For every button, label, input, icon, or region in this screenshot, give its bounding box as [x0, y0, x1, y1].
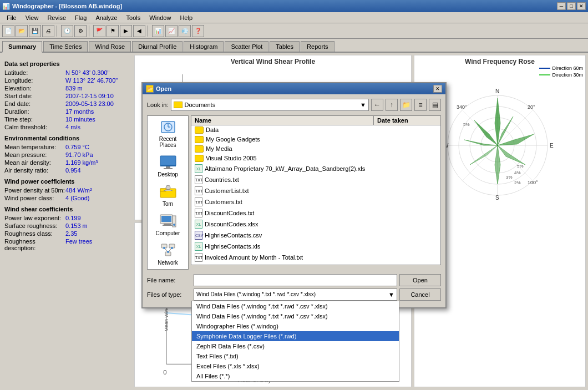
folder-icon [195, 145, 204, 153]
computer-label: Computer [156, 230, 180, 236]
xls-file-icon: XL [195, 242, 202, 251]
chevron-down-icon: ▼ [360, 102, 366, 108]
svg-rect-73 [164, 224, 171, 225]
places-panel: Recent Places Desktop [147, 115, 189, 270]
dialog-title-bar: 📂 Open ✕ [143, 83, 445, 94]
dropdown-item-7[interactable]: All Files (*.*) [192, 371, 399, 381]
file-row[interactable]: Data [191, 125, 440, 135]
dropdown-item-5[interactable]: Text Files (*.txt) [192, 351, 399, 361]
svg-rect-66 [166, 166, 170, 168]
network-label: Network [158, 260, 178, 266]
txt-file-icon: TXT [195, 209, 202, 217]
back-button[interactable]: ← [371, 99, 383, 111]
xlsx-file-icon: XL [195, 220, 202, 229]
file-browser: Recent Places Desktop [147, 115, 441, 270]
file-row[interactable]: XL DiscountCodes.xlsx [191, 219, 440, 230]
file-row[interactable]: TXT Customers.txt [191, 196, 440, 207]
new-folder-button[interactable]: 📁 [400, 99, 412, 111]
dialog-body: Look in: Documents ▼ ← ↑ 📁 ≡ ▤ [143, 94, 445, 307]
desktop-label: Desktop [158, 171, 178, 178]
up-folder-button[interactable]: ↑ [386, 99, 398, 111]
filetype-row: Files of type: Wind Data Files (*.windog… [147, 288, 441, 301]
filetype-label: Files of type: [147, 291, 191, 298]
look-in-row: Look in: Documents ▼ ← ↑ 📁 ≡ ▤ [147, 99, 441, 111]
open-button[interactable]: Open [399, 274, 441, 286]
filetype-chevron-icon: ▼ [388, 291, 394, 298]
txt-file-icon: TXT [195, 197, 202, 206]
place-network[interactable]: Network [150, 242, 186, 267]
dropdown-item-2[interactable]: Windographer Files (*.windog) [192, 321, 399, 331]
look-in-select[interactable]: Documents ▼ [171, 99, 369, 111]
dialog-close-button[interactable]: ✕ [433, 85, 442, 93]
folder-icon [195, 136, 204, 143]
dropdown-item-3[interactable]: Symphonie Data Logger Files (*.rwd) [192, 331, 399, 341]
file-row[interactable]: XL Altairnano Proprietary 70_kW_Array_Da… [191, 163, 440, 174]
folder-icon-lookin [174, 102, 183, 108]
svg-point-84 [167, 251, 169, 253]
file-row[interactable]: TXT CustomerList.txt [191, 185, 440, 196]
computer-icon [159, 214, 177, 229]
dialog-icon: 📂 [146, 85, 154, 93]
file-row[interactable]: CSV HighriseContacts.csv [191, 230, 440, 241]
dialog-title: Open [156, 85, 171, 92]
filetype-value: Wind Data Files (*.windog *.txt *.rwd *.… [196, 291, 388, 297]
dropdown-item-1[interactable]: Wind Data Files (*.windog *.txt *.rwd *.… [192, 311, 399, 321]
open-dialog: 📂 Open ✕ Look in: Documents ▼ ← ↑ 📁 ≡ [141, 82, 447, 308]
col-date: Date taken [374, 116, 440, 125]
csv-file-icon: CSV [195, 231, 202, 240]
place-recent[interactable]: Recent Places [150, 118, 186, 149]
file-row[interactable]: XL HighriseContacts.xls [191, 241, 440, 252]
file-row[interactable]: Visual Studio 2005 [191, 154, 440, 163]
folder-icon [195, 126, 204, 134]
desktop-icon [159, 155, 177, 170]
svg-rect-72 [161, 216, 171, 222]
svg-point-82 [163, 247, 165, 249]
network-icon [159, 243, 177, 259]
tom-label: Tom [163, 201, 173, 207]
place-desktop[interactable]: Desktop [150, 154, 186, 179]
recent-places-label: Recent Places [151, 136, 185, 148]
dropdown-item-0[interactable]: Wind Data Files (*.windog *.txt *.rwd *.… [192, 301, 399, 311]
svg-rect-64 [160, 156, 176, 166]
svg-point-76 [173, 224, 175, 226]
svg-rect-74 [163, 225, 173, 226]
file-list[interactable]: Name Date taken Data My Google Gadgets [191, 115, 441, 265]
svg-rect-65 [160, 165, 176, 166]
filename-input[interactable] [194, 274, 397, 286]
dropdown-item-4[interactable]: ZephIR Data Files (*.csv) [192, 341, 399, 351]
file-row[interactable]: My Media [191, 144, 440, 154]
col-name: Name [191, 116, 374, 125]
look-in-label: Look in: [147, 102, 169, 108]
filename-label: File name: [147, 277, 191, 283]
file-row[interactable]: TXT DiscountCodes.txt [191, 207, 440, 219]
txt-file-icon: TXT [195, 186, 202, 195]
user-folder-icon [159, 184, 177, 200]
dialog-overlay: 📂 Open ✕ Look in: Documents ▼ ← ↑ 📁 ≡ [0, 0, 588, 390]
filename-row: File name: Open [147, 274, 441, 286]
folder-icon [195, 155, 204, 162]
txt-file-icon: TXT [195, 253, 202, 262]
txt-file-icon: TXT [195, 175, 202, 184]
svg-rect-67 [164, 168, 173, 169]
filetype-select[interactable]: Wind Data Files (*.windog *.txt *.rwd *.… [194, 288, 397, 301]
look-in-value: Documents [185, 102, 216, 108]
filetype-dropdown[interactable]: Wind Data Files (*.windog *.txt *.rwd *.… [191, 301, 399, 382]
file-row[interactable]: My Google Gadgets [191, 135, 440, 144]
place-computer[interactable]: Computer [150, 212, 186, 237]
dropdown-item-6[interactable]: Excel Files (*.xls *.xlsx) [192, 361, 399, 371]
view-details-button[interactable]: ▤ [429, 99, 441, 111]
recent-places-icon [159, 119, 177, 135]
xls-file-icon: XL [195, 164, 202, 173]
file-row[interactable]: TXT Countries.txt [191, 174, 440, 185]
cancel-button[interactable]: Cancel [399, 288, 441, 301]
view-options-button[interactable]: ≡ [414, 99, 427, 111]
svg-point-83 [171, 247, 173, 249]
file-row[interactable]: TXT Invoiced Amount by Month - Total.txt [191, 252, 440, 263]
file-list-header: Name Date taken [191, 116, 440, 125]
svg-point-70 [166, 185, 170, 190]
place-tom[interactable]: Tom [150, 183, 186, 208]
